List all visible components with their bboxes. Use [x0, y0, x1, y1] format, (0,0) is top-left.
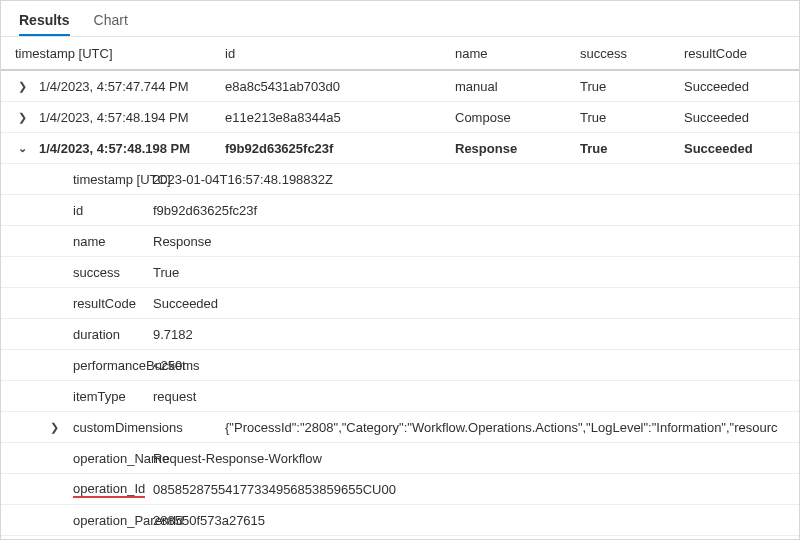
cell-resultcode: Succeeded: [684, 110, 799, 125]
detail-row: nameResponse: [1, 226, 799, 257]
cell-success: True: [580, 110, 684, 125]
cell-id: e11e213e8a8344a5: [225, 110, 455, 125]
cell-name: Compose: [455, 110, 580, 125]
detail-key: itemType: [1, 389, 153, 404]
detail-row: ❯customDimensions{"ProcessId":"2808","Ca…: [1, 412, 799, 443]
cell-name: manual: [455, 79, 580, 94]
table-row-expanded[interactable]: ⌄ 1/4/2023, 4:57:48.198 PM f9b92d63625fc…: [1, 133, 799, 164]
detail-row: itemTyperequest: [1, 381, 799, 412]
detail-key: operation_Name: [1, 451, 153, 466]
detail-value: f9b92d63625fc23f: [153, 203, 799, 218]
detail-value: <250ms: [153, 358, 799, 373]
cell-id: f9b92d63625fc23f: [225, 141, 455, 156]
col-header-name[interactable]: name: [455, 46, 580, 61]
detail-row: operation_ParentId288550f573a27615: [1, 505, 799, 536]
detail-value: Response: [153, 234, 799, 249]
detail-value: request: [153, 389, 799, 404]
detail-value: 08585287554177334956853859655CU00: [153, 482, 799, 497]
chevron-right-icon[interactable]: ❯: [15, 111, 29, 124]
detail-value: 2023-01-04T16:57:48.198832Z: [153, 172, 799, 187]
detail-key: duration: [1, 327, 153, 342]
cell-timestamp: 1/4/2023, 4:57:48.194 PM: [39, 110, 225, 125]
detail-row: operation_NameRequest-Response-Workflow: [1, 443, 799, 474]
detail-key: customDimensions: [73, 420, 225, 435]
detail-value: True: [153, 265, 799, 280]
detail-value: Succeeded: [153, 296, 799, 311]
detail-value: Request-Response-Workflow: [153, 451, 799, 466]
detail-key: operation_ParentId: [1, 513, 153, 528]
cell-name: Response: [455, 141, 580, 156]
detail-key: resultCode: [1, 296, 153, 311]
chevron-down-icon[interactable]: ⌄: [15, 142, 29, 155]
detail-value: {"ProcessId":"2808","Category":"Workflow…: [225, 420, 799, 435]
col-header-resultcode[interactable]: resultCode: [684, 46, 799, 61]
detail-key: id: [1, 203, 153, 218]
detail-row: successTrue: [1, 257, 799, 288]
tab-results[interactable]: Results: [19, 12, 70, 36]
detail-row: idf9b92d63625fc23f: [1, 195, 799, 226]
tabs: Results Chart: [1, 1, 799, 37]
results-rows: ❯ 1/4/2023, 4:57:47.744 PM e8a8c5431ab70…: [1, 71, 799, 539]
col-header-timestamp[interactable]: timestamp [UTC]: [15, 46, 225, 61]
detail-row: performanceBucket<250ms: [1, 350, 799, 381]
chevron-right-icon[interactable]: ❯: [15, 80, 29, 93]
chevron-right-icon[interactable]: ❯: [47, 421, 61, 434]
cell-success: True: [580, 141, 684, 156]
cell-resultcode: Succeeded: [684, 141, 799, 156]
detail-key: operation_Id: [1, 481, 153, 498]
table-row[interactable]: ❯ 1/4/2023, 4:57:48.194 PM e11e213e8a834…: [1, 102, 799, 133]
col-header-success[interactable]: success: [580, 46, 684, 61]
detail-row: timestamp [UTC]2023-01-04T16:57:48.19883…: [1, 164, 799, 195]
table-row[interactable]: ❯ 1/4/2023, 4:57:47.744 PM e8a8c5431ab70…: [1, 71, 799, 102]
detail-value: 288550f573a27615: [153, 513, 799, 528]
detail-row: operation_Id0858528755417733495685385965…: [1, 474, 799, 505]
cell-success: True: [580, 79, 684, 94]
detail-key: timestamp [UTC]: [1, 172, 153, 187]
cell-timestamp: 1/4/2023, 4:57:47.744 PM: [39, 79, 225, 94]
cell-timestamp: 1/4/2023, 4:57:48.198 PM: [39, 141, 225, 156]
detail-key: success: [1, 265, 153, 280]
detail-key: name: [1, 234, 153, 249]
detail-row: resultCodeSucceeded: [1, 288, 799, 319]
cell-resultcode: Succeeded: [684, 79, 799, 94]
detail-value: 9.7182: [153, 327, 799, 342]
col-header-id[interactable]: id: [225, 46, 455, 61]
detail-key: performanceBucket: [1, 358, 153, 373]
grid-header: timestamp [UTC] id name success resultCo…: [1, 37, 799, 71]
detail-row: duration9.7182: [1, 319, 799, 350]
tab-chart[interactable]: Chart: [94, 12, 128, 36]
cell-id: e8a8c5431ab703d0: [225, 79, 455, 94]
